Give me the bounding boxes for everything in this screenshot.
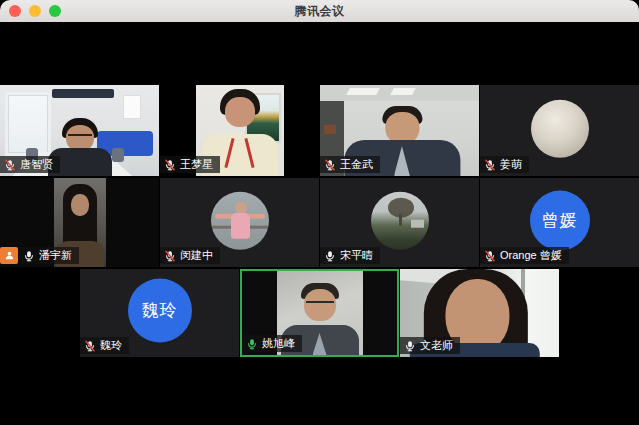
participant-name: 宋平晴 (340, 249, 373, 262)
participant-nameplate: 文老师 (400, 337, 460, 354)
participant-tile-yaoxufeng-active-speaker[interactable]: 姚旭峰 (240, 269, 399, 357)
participant-tile-panyuxin[interactable]: 潘宇新 (0, 178, 159, 267)
window-titlebar[interactable]: 腾讯会议 (0, 0, 639, 23)
participant-nameplate: Orange 曾媛 (480, 247, 569, 264)
meeting-window: 腾讯会议 (0, 0, 639, 425)
participant-name: 姜萌 (500, 158, 522, 171)
fullscreen-button[interactable] (49, 5, 61, 17)
initials-avatar: 曾媛 (530, 190, 590, 250)
scene-light-shape (346, 88, 380, 95)
traffic-lights (9, 0, 61, 22)
scene-shape (71, 194, 89, 216)
participant-name: 唐智贤 (20, 158, 53, 171)
participant-tile-jiangmeng[interactable]: 姜萌 (480, 85, 639, 176)
scene-light-shape (390, 88, 416, 95)
scene-glasses-shape (306, 301, 334, 309)
participant-nameplate: 潘宇新 (0, 247, 79, 264)
scene-tree-shape (399, 213, 402, 225)
microphone-speaking-icon (246, 338, 258, 350)
initials-avatar: 魏玲 (128, 278, 192, 342)
grid-row-1: 唐智贤 (0, 85, 639, 176)
scene-shape (52, 89, 114, 98)
avatar-initials: 魏玲 (142, 299, 178, 322)
profile-photo-avatar (371, 191, 429, 249)
participant-tile-wenlaoshi[interactable]: 文老师 (400, 269, 559, 357)
participant-nameplate: 王金武 (320, 156, 380, 173)
participant-nameplate: 姜萌 (480, 156, 529, 173)
participant-tile-songpingqing[interactable]: 宋平晴 (320, 178, 479, 267)
participant-nameplate: 唐智贤 (0, 156, 60, 173)
microphone-muted-icon (164, 250, 176, 262)
microphone-on-icon (404, 340, 416, 352)
scene-shape (225, 97, 255, 127)
avatar-initials: 曾媛 (542, 209, 578, 232)
grid-row-3: 魏玲 魏玲 (0, 269, 639, 357)
microphone-muted-icon (484, 159, 496, 171)
microphone-muted-icon (164, 159, 176, 171)
participant-name: 王梦星 (180, 158, 213, 171)
window-title: 腾讯会议 (0, 3, 639, 20)
host-person-badge-icon (0, 247, 18, 264)
participant-tile-weiling[interactable]: 魏玲 魏玲 (80, 269, 239, 357)
profile-photo-avatar (211, 191, 269, 249)
participant-nameplate: 魏玲 (80, 337, 129, 354)
minimize-button[interactable] (29, 5, 41, 17)
microphone-muted-icon (84, 340, 96, 352)
scene-shape (411, 219, 424, 227)
scene-shape (324, 125, 336, 134)
participant-tile-wangjinwu[interactable]: 王金武 (320, 85, 479, 176)
microphone-muted-icon (484, 250, 496, 262)
participant-nameplate: 王梦星 (160, 156, 220, 173)
microphone-muted-icon (324, 159, 336, 171)
participant-name: 闵建中 (180, 249, 213, 262)
scene-shape (68, 134, 92, 141)
grid-row-2: 潘宇新 闵建中 (0, 178, 639, 267)
meeting-stage: 唐智贤 (0, 22, 639, 425)
participant-name: 魏玲 (100, 339, 122, 352)
participant-tile-minjianzhong[interactable]: 闵建中 (160, 178, 319, 267)
participant-tile-zengyuan[interactable]: 曾媛 Orange 曾媛 (480, 178, 639, 267)
participant-name: 王金武 (340, 158, 373, 171)
participant-tile-tangzhixian[interactable]: 唐智贤 (0, 85, 159, 176)
microphone-on-icon (324, 250, 336, 262)
participant-name: 文老师 (420, 339, 453, 352)
video-grid: 唐智贤 (0, 85, 639, 359)
microphone-muted-icon (4, 159, 16, 171)
participant-tile-wangmengxing[interactable]: 王梦星 (160, 85, 319, 176)
participant-nameplate: 闵建中 (160, 247, 220, 264)
participant-nameplate: 姚旭峰 (242, 335, 302, 352)
participant-nameplate: 宋平晴 (320, 247, 380, 264)
participant-name: 姚旭峰 (262, 337, 295, 350)
microphone-on-icon (23, 250, 35, 262)
scene-shape (123, 95, 141, 119)
close-button[interactable] (9, 5, 21, 17)
profile-photo-avatar (531, 99, 589, 157)
participant-name: Orange 曾媛 (500, 249, 562, 262)
scene-shape (231, 212, 250, 238)
participant-name: 潘宇新 (39, 249, 72, 262)
